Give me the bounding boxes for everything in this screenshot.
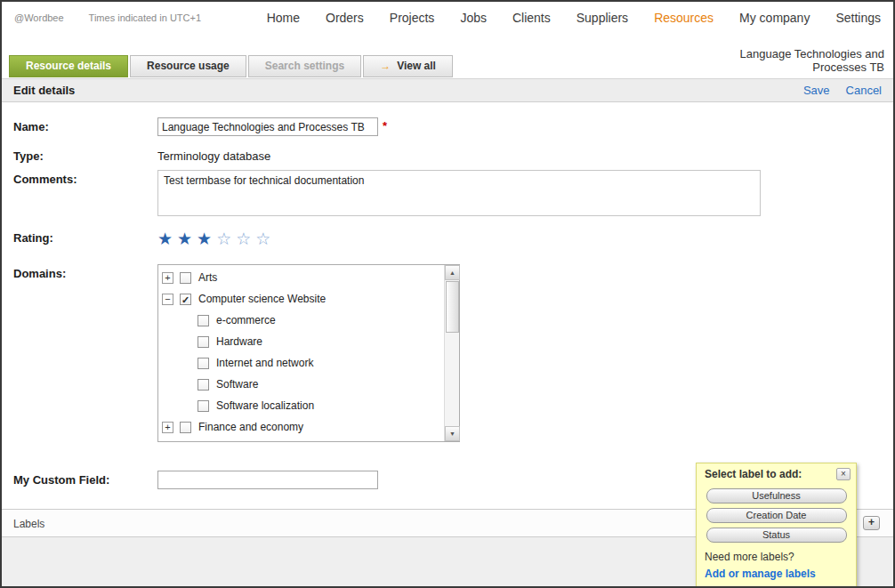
app-window: @Wordbee Times indicated in UTC+1 HomeOr… xyxy=(0,0,895,588)
domain-label: Hardware xyxy=(216,335,262,348)
domain-checkbox[interactable] xyxy=(180,272,191,284)
name-label: Name: xyxy=(13,117,157,136)
label-option-status[interactable]: Status xyxy=(706,528,847,543)
type-label: Type: xyxy=(13,147,157,163)
label-option-creation-date[interactable]: Creation Date xyxy=(706,508,847,523)
star-empty-icon[interactable]: ☆ xyxy=(236,230,251,248)
domain-label: Arts xyxy=(198,271,217,284)
popup-note: Need more labels? xyxy=(697,543,856,563)
nav-item-settings[interactable]: Settings xyxy=(835,11,881,25)
domain-tree-row: +Finance and economy xyxy=(158,416,444,438)
edit-details-title: Edit details xyxy=(13,84,75,97)
label-options: UsefulnessCreation DateStatus xyxy=(697,488,856,543)
edit-details-header: Edit details Save Cancel xyxy=(2,78,893,102)
save-button[interactable]: Save xyxy=(803,84,830,97)
expand-icon[interactable]: + xyxy=(162,422,173,433)
domain-tree-row: Internet and network xyxy=(158,352,444,374)
domain-checkbox[interactable] xyxy=(198,379,209,391)
domains-row: Domains: +Arts−✓Computer science Website… xyxy=(13,264,893,442)
rating-row: Rating: ★★★☆☆☆ xyxy=(13,229,893,248)
tab-view-all-label: View all xyxy=(397,60,436,72)
name-input[interactable] xyxy=(157,117,378,136)
domain-checkbox-checked[interactable]: ✓ xyxy=(180,294,191,305)
nav-item-suppliers[interactable]: Suppliers xyxy=(577,11,628,25)
nav-item-resources[interactable]: Resources xyxy=(654,11,714,25)
rating-label: Rating: xyxy=(13,229,157,248)
arrow-right-icon: → xyxy=(380,60,391,72)
top-bar: @Wordbee Times indicated in UTC+1 HomeOr… xyxy=(2,2,893,34)
domains-box: +Arts−✓Computer science Websitee-commerc… xyxy=(157,264,460,442)
domain-checkbox[interactable] xyxy=(180,422,191,433)
cancel-button[interactable]: Cancel xyxy=(846,84,882,97)
timezone-note: Times indicated in UTC+1 xyxy=(89,12,201,23)
nav-item-my-company[interactable]: My company xyxy=(739,11,810,25)
collapse-icon[interactable]: − xyxy=(162,294,173,305)
comments-row: Comments: Test termbase for technical do… xyxy=(13,170,893,216)
popup-header: Select label to add: × xyxy=(697,463,856,484)
scroll-up-icon[interactable]: ▲ xyxy=(445,265,460,280)
nav-item-jobs[interactable]: Jobs xyxy=(460,11,487,25)
domain-checkbox[interactable] xyxy=(198,336,209,348)
type-row: Type: Terminology database xyxy=(13,147,893,163)
comments-textarea[interactable]: Test termbase for technical documentatio… xyxy=(157,170,761,216)
tab-resource-usage[interactable]: Resource usage xyxy=(130,55,246,77)
star-filled-icon[interactable]: ★ xyxy=(157,230,173,248)
scroll-down-icon[interactable]: ▼ xyxy=(445,426,460,441)
scrollbar-thumb[interactable] xyxy=(446,281,459,333)
required-marker: * xyxy=(383,117,387,136)
nav-item-home[interactable]: Home xyxy=(267,11,300,25)
select-label-popup: Select label to add: × UsefulnessCreatio… xyxy=(696,463,857,588)
wordbee-brand: @Wordbee xyxy=(14,12,64,23)
edit-details-form: Name: * Type: Terminology database Comme… xyxy=(2,103,893,489)
star-filled-icon[interactable]: ★ xyxy=(177,230,192,248)
name-row: Name: * xyxy=(13,117,893,136)
popup-title: Select label to add: xyxy=(705,468,802,480)
domain-tree-row: Software xyxy=(158,374,444,395)
domain-tree-row: −✓Computer science Website xyxy=(158,288,444,310)
domain-label: Computer science Website xyxy=(198,293,326,305)
type-value: Terminology database xyxy=(157,147,270,163)
edit-actions: Save Cancel xyxy=(803,84,882,97)
comments-label: Comments: xyxy=(13,170,157,216)
resource-context-title: Language Technologies and Processes TB xyxy=(693,47,884,74)
domain-checkbox[interactable] xyxy=(198,358,209,369)
add-label-button[interactable]: + xyxy=(863,516,880,530)
domain-tree-row: Hardware xyxy=(158,331,444,352)
main-nav: HomeOrdersProjectsJobsClientsSuppliersRe… xyxy=(267,11,881,25)
domain-checkbox[interactable] xyxy=(198,315,209,326)
domain-tree-row: Software localization xyxy=(158,395,444,416)
label-option-usefulness[interactable]: Usefulness xyxy=(706,488,847,503)
domain-label: Internet and network xyxy=(216,357,313,369)
tab-search-settings: Search settings xyxy=(248,55,361,77)
domains-scrollbar[interactable]: ▲ ▼ xyxy=(444,265,459,441)
custom-field-input[interactable] xyxy=(157,471,378,489)
rating-stars: ★★★☆☆☆ xyxy=(157,229,270,248)
manage-labels-link[interactable]: Add or manage labels xyxy=(697,563,856,580)
domain-tree-row: e-commerce xyxy=(158,310,444,331)
star-empty-icon[interactable]: ☆ xyxy=(255,230,270,248)
tab-resource-details[interactable]: Resource details xyxy=(9,55,128,77)
expand-icon[interactable]: + xyxy=(162,272,173,284)
nav-item-clients[interactable]: Clients xyxy=(512,11,551,25)
domain-label: e-commerce xyxy=(216,314,276,326)
star-filled-icon[interactable]: ★ xyxy=(197,230,212,248)
domain-tree-row: + xyxy=(158,438,444,441)
domains-label: Domains: xyxy=(13,264,157,442)
nav-item-projects[interactable]: Projects xyxy=(390,11,435,25)
domain-tree-row: +Arts xyxy=(158,267,444,288)
tab-view-all[interactable]: →View all xyxy=(363,55,453,77)
nav-item-orders[interactable]: Orders xyxy=(326,11,364,25)
domains-tree: +Arts−✓Computer science Websitee-commerc… xyxy=(158,265,444,441)
domain-label: Software xyxy=(216,378,258,391)
domain-label: Software localization xyxy=(216,399,314,412)
star-empty-icon[interactable]: ☆ xyxy=(216,230,231,248)
tab-bar: Resource details Resource usage Search s… xyxy=(9,55,453,77)
close-icon[interactable]: × xyxy=(836,468,851,480)
domain-checkbox[interactable] xyxy=(198,400,209,412)
domain-label: Finance and economy xyxy=(198,421,303,433)
custom-field-label: My Custom Field: xyxy=(13,471,157,489)
